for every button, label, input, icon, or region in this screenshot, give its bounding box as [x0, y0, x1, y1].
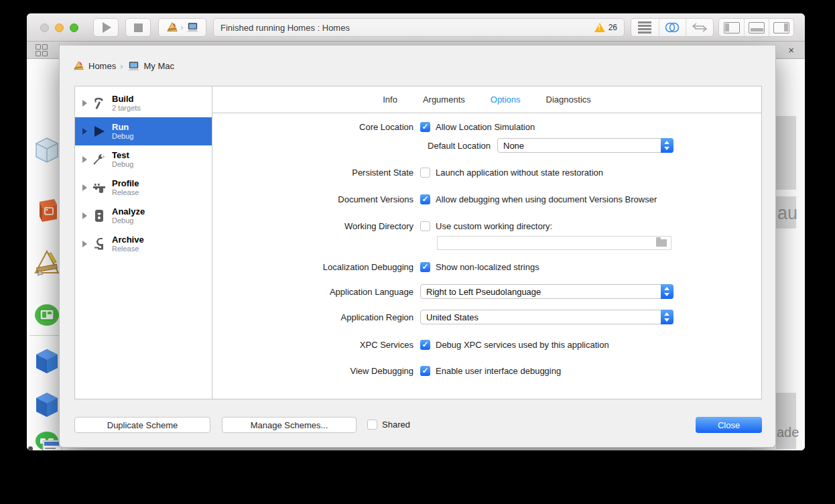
- window-minimize-button[interactable]: [55, 23, 64, 32]
- disclosure-triangle-icon[interactable]: [82, 241, 87, 247]
- warning-icon: !: [594, 23, 605, 32]
- checkbox-label: Use custom working directory:: [436, 221, 552, 231]
- library-cube-blue2-icon: [32, 391, 62, 419]
- checkbox-label: Shared: [382, 420, 410, 430]
- launch-without-state-restoration-checkbox[interactable]: [420, 168, 430, 178]
- row-persistent-state: Persistent State Launch application with…: [212, 165, 761, 180]
- application-region-popup[interactable]: United States: [420, 310, 673, 324]
- manage-schemes-button[interactable]: Manage Schemes...: [222, 417, 357, 433]
- enable-ui-debugging-checkbox[interactable]: [420, 366, 430, 376]
- warning-count: 26: [608, 23, 617, 32]
- bg-text-fragment: ade: [777, 425, 799, 440]
- popup-value: None: [498, 141, 661, 151]
- allow-versions-debugging-checkbox[interactable]: [420, 194, 430, 204]
- row-core-location: Core Location Allow Location Simulation: [212, 119, 761, 134]
- library-bullet: [28, 446, 33, 450]
- field-label: Application Region: [212, 312, 413, 322]
- window-close-button[interactable]: [40, 23, 49, 32]
- bg-text-fragment: au: [777, 203, 797, 224]
- breadcrumb: Homes › My Mac: [73, 60, 174, 72]
- navigator-panel-button[interactable]: [719, 19, 744, 36]
- version-editor-icon: [691, 22, 708, 33]
- disclosure-triangle-icon[interactable]: [82, 128, 87, 135]
- sidebar-item-test[interactable]: Test Debug: [75, 145, 212, 174]
- sidebar-item-subtitle: Debug: [112, 132, 133, 141]
- bg-fragment-band: au: [776, 196, 796, 229]
- status-text: Finished running Homes : Homes: [220, 23, 594, 33]
- row-default-location: Default Location None: [212, 138, 761, 153]
- assistant-editor-icon: [663, 21, 681, 34]
- show-non-localized-strings-checkbox[interactable]: [420, 262, 430, 272]
- popup-stepper-icon: [661, 310, 673, 324]
- sidebar-item-profile[interactable]: Profile Release: [75, 174, 212, 202]
- app-scheme-icon: [166, 21, 178, 34]
- popup-value: United States: [421, 312, 661, 322]
- use-custom-working-directory-checkbox[interactable]: [420, 221, 430, 231]
- checkbox-label: Show non-localized strings: [436, 262, 539, 272]
- folder-icon[interactable]: [656, 239, 667, 247]
- application-language-popup[interactable]: Right to Left Pseudolanguage: [420, 284, 673, 299]
- tab-arguments[interactable]: Arguments: [423, 94, 465, 105]
- shared-checkbox-wrap: Shared: [367, 420, 410, 430]
- bg-fragment-band: [776, 116, 796, 190]
- allow-location-simulation-checkbox[interactable]: [420, 122, 430, 132]
- standard-editor-button[interactable]: [631, 19, 659, 36]
- duplicate-scheme-button[interactable]: Duplicate Scheme: [74, 417, 210, 433]
- sidebar-item-label: Run: [112, 122, 133, 132]
- scheme-chooser-button[interactable]: ›: [158, 18, 206, 37]
- close-button[interactable]: Close: [696, 417, 762, 433]
- close-tab-button[interactable]: ×: [788, 44, 794, 56]
- breadcrumb-destination[interactable]: My Mac: [144, 61, 175, 71]
- sidebar-item-build[interactable]: Build 2 targets: [75, 89, 212, 117]
- row-localization-debugging: Localization Debugging Show non-localize…: [212, 259, 761, 274]
- version-editor-button[interactable]: [686, 19, 713, 36]
- library-cube-blue-icon: [32, 347, 62, 375]
- library-green-badge-icon: [32, 302, 62, 328]
- my-mac-icon: [127, 61, 140, 72]
- shared-checkbox[interactable]: [367, 420, 377, 430]
- disclosure-triangle-icon[interactable]: [82, 212, 87, 219]
- disclosure-triangle-icon[interactable]: [82, 184, 87, 191]
- sidebar-item-subtitle: Debug: [112, 160, 133, 169]
- assistant-editor-button[interactable]: [659, 19, 686, 36]
- default-location-popup[interactable]: None: [497, 138, 673, 153]
- popup-stepper-icon: [661, 284, 673, 299]
- options-form: Core Location Allow Location Simulation …: [212, 114, 761, 399]
- disclosure-triangle-icon[interactable]: [82, 100, 87, 107]
- working-directory-field-wrap: [437, 236, 671, 250]
- breadcrumb-scheme[interactable]: Homes: [88, 61, 116, 71]
- panel-tabs: Info Arguments Options Diagnostics: [212, 86, 761, 113]
- popup-value: Right to Left Pseudolanguage: [421, 287, 661, 297]
- play-icon: [103, 22, 111, 33]
- utilities-panel-button[interactable]: [769, 19, 793, 36]
- xcode-window: › Finished running Homes : Homes ! 26: [27, 13, 805, 450]
- bg-fragment-band: ade: [776, 393, 796, 449]
- field-label: Persistent State: [212, 168, 413, 178]
- sidebar-item-analyze[interactable]: Analyze Debug: [75, 202, 212, 230]
- sidebar-item-archive[interactable]: Archive Release: [75, 230, 212, 258]
- sidebar-item-run[interactable]: Run Debug: [75, 117, 212, 145]
- debug-area-button[interactable]: [744, 19, 769, 36]
- window-zoom-button[interactable]: [70, 23, 78, 32]
- tab-options[interactable]: Options: [491, 94, 521, 105]
- tab-info[interactable]: Info: [383, 94, 397, 105]
- working-directory-input[interactable]: [438, 239, 656, 248]
- app-scheme-icon: [73, 60, 84, 72]
- scheme-editor-main: Build 2 targets Run Debug: [74, 86, 762, 399]
- run-button[interactable]: [93, 18, 119, 37]
- sidebar-item-subtitle: Release: [112, 245, 144, 253]
- sidebar-item-label: Analyze: [112, 206, 145, 216]
- warning-badge[interactable]: ! 26: [594, 23, 617, 32]
- toolbar: › Finished running Homes : Homes ! 26: [27, 13, 805, 42]
- stop-button[interactable]: [125, 18, 151, 37]
- tab-diagnostics[interactable]: Diagnostics: [546, 94, 591, 105]
- row-working-directory: Working Directory Use custom working dir…: [212, 218, 761, 233]
- checkbox-label: Launch application without state restora…: [436, 168, 603, 178]
- disclosure-triangle-icon[interactable]: [82, 156, 87, 163]
- sidebar-item-label: Build: [112, 94, 141, 104]
- debug-xpc-services-checkbox[interactable]: [420, 340, 430, 350]
- related-items-icon[interactable]: [36, 44, 49, 56]
- field-label: Working Directory: [212, 221, 413, 231]
- sidebar-item-subtitle: Debug: [112, 216, 145, 225]
- field-label: Default Location: [212, 141, 491, 151]
